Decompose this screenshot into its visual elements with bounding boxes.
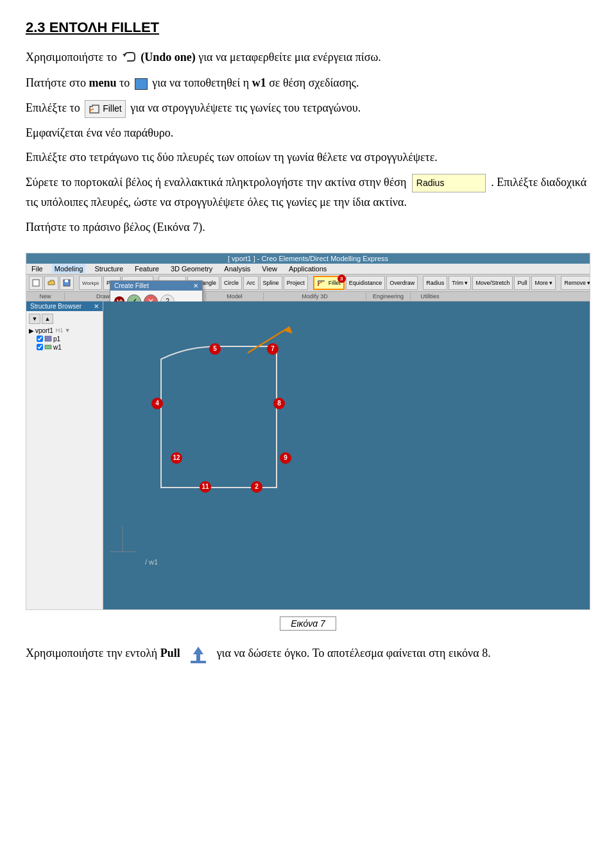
viewport-inner: / w1 5 7 4 8 12 9 11 2 [110, 308, 583, 603]
section-utilities: Utilities [411, 293, 449, 300]
num-badge-9: 9 [280, 452, 291, 464]
num-badge-8: 8 [273, 398, 285, 409]
bottom-bold: Pull [160, 647, 184, 659]
paragraph-2: Πατήστε στο menu το για να τοποθετηθεί η… [26, 73, 590, 93]
menu-view[interactable]: View [259, 264, 280, 273]
cad-titlebar: [ vport1 ] - Creo Elements/Direct Modell… [26, 253, 590, 264]
section-engineering: Engineering [366, 293, 411, 300]
p5-text: Επιλέξτε στο τετράγωνο τις δύο πλευρές τ… [26, 151, 438, 164]
svg-rect-14 [191, 661, 206, 663]
bottom-paragraph: Χρησιμοποιήστε την εντολή Pull για να δώ… [26, 643, 590, 665]
menu-feature[interactable]: Feature [132, 264, 162, 273]
svg-marker-0 [90, 105, 99, 113]
sidebar-btn-2[interactable]: ▲ [42, 314, 53, 324]
cad-screenshot: [ vport1 ] - Creo Elements/Direct Modell… [26, 253, 590, 610]
svg-marker-13 [193, 647, 203, 654]
bottom-after: για να δώσετε όγκο. Το αποτέλεσμα φαίνετ… [217, 647, 491, 659]
menu-modeling[interactable]: Modeling [52, 264, 86, 273]
p3-before: Επιλέξτε το [26, 101, 83, 114]
toolbar-workplane[interactable]: Workplane [79, 276, 102, 290]
svg-rect-3 [65, 280, 68, 282]
toolbar-save-btn[interactable] [60, 276, 74, 290]
sidebar-btn-1[interactable]: ▼ [29, 314, 40, 324]
num-badge-7: 7 [267, 343, 278, 355]
toolbar-project[interactable]: Project [284, 276, 308, 290]
section-modify3d: Modify 3D [264, 293, 366, 300]
cad-sidebar: Structure Browser ✕ ▼ ▲ ▶ vport1 H1 ▼ [26, 301, 103, 609]
cad-viewport: / w1 5 7 4 8 12 9 11 2 [103, 301, 590, 609]
toolbar-new-btn[interactable] [29, 276, 43, 290]
undo-icon [122, 49, 136, 69]
menu-structure[interactable]: Structure [92, 264, 126, 273]
sidebar-item-p1[interactable]: p1 [37, 335, 100, 343]
paragraph-3: Επιλέξτε το Fillet για να στρογγυλέψετε … [26, 98, 590, 118]
menu-3dgeometry[interactable]: 3D Geometry [168, 264, 215, 273]
menu-applications[interactable]: Applications [286, 264, 329, 273]
p6-before: Σύρετε το πορτοκαλί βέλος ή εναλλακτικά … [26, 176, 409, 189]
sidebar-item-w1[interactable]: w1 [37, 343, 100, 352]
num-badge-2: 2 [251, 481, 262, 493]
fillet-dialog-close[interactable]: ✕ [193, 282, 198, 289]
sidebar-check-w1[interactable] [37, 344, 43, 350]
sidebar-icon-w1 [44, 344, 52, 350]
sidebar-content: ▼ ▲ ▶ vport1 H1 ▼ p1 [26, 311, 103, 354]
paragraph-4: Εμφανίζεται ένα νέο παράθυρο. [26, 123, 590, 143]
p2-bold2: w1 [252, 76, 266, 89]
num-badge-5: 5 [209, 343, 221, 355]
toolbar-arc[interactable]: Arc [243, 276, 259, 290]
p1-bold: (Undo one) [141, 51, 198, 64]
fillet-badge: 3 [338, 275, 346, 283]
toolbar-radius[interactable]: Radius [423, 276, 447, 290]
num-badge-12: 12 [171, 452, 182, 464]
toolbar-equidistance[interactable]: Equidistance [346, 276, 386, 290]
sidebar-toolbar: ▼ ▲ [29, 314, 100, 324]
sidebar-check-p1[interactable] [37, 335, 43, 342]
fillet-dialog-label: Create Fillet [114, 282, 149, 289]
caption-box: Εικόνα 7 [280, 616, 336, 631]
fillet-dialog-title: Create Fillet ✕ [110, 281, 202, 291]
sidebar-label: Structure Browser [30, 303, 81, 310]
sidebar-expand-icon: ▶ [29, 327, 34, 334]
menu-box-icon [135, 78, 148, 90]
paragraph-5: Επιλέξτε στο τετράγωνο τις δύο πλευρές τ… [26, 148, 590, 167]
toolbar-spline[interactable]: Spline [260, 276, 282, 290]
svg-rect-6 [45, 345, 51, 349]
p1-after: για να μεταφερθείτε μια ενέργεια πίσω. [198, 51, 381, 64]
p4-text: Εμφανίζεται ένα νέο παράθυρο. [26, 126, 173, 139]
num-badge-4: 4 [151, 398, 163, 409]
toolbar-more-modify2d[interactable]: More ▾ [531, 276, 556, 290]
toolbar-remove[interactable]: Remove ▾ [561, 276, 590, 290]
sidebar-hint: H1 ▼ [56, 327, 71, 334]
paragraph-1: Χρησιμοποιήστε το (Undo one) για να μετα… [26, 47, 590, 68]
sidebar-tree: ▶ vport1 H1 ▼ p1 w1 [29, 327, 100, 352]
cad-main-area: Structure Browser ✕ ▼ ▲ ▶ vport1 H1 ▼ [26, 301, 590, 609]
menu-analysis[interactable]: Analysis [221, 264, 253, 273]
pull-icon [185, 643, 211, 665]
toolbar-open-btn[interactable] [44, 276, 58, 290]
p2-before: Πατήστε στο [26, 76, 89, 89]
toolbar-movestretch[interactable]: Move/Stretch [472, 276, 513, 290]
sidebar-close[interactable]: ✕ [94, 303, 99, 310]
sidebar-icon-p1 [44, 335, 52, 342]
sidebar-label-p1: p1 [53, 335, 60, 343]
toolbar-circle[interactable]: Circle [221, 276, 242, 290]
radius-input-icon: Radius [412, 174, 486, 193]
p2-menu: menu [89, 76, 120, 89]
sidebar-vport1[interactable]: ▶ vport1 H1 ▼ [29, 327, 100, 335]
fillet-toolbar-icon: Fillet [85, 100, 125, 118]
toolbar-overdraw[interactable]: Overdraw [386, 276, 418, 290]
menu-file[interactable]: File [29, 264, 46, 273]
toolbar-pull[interactable]: Pull [514, 276, 530, 290]
p2-middle: το [119, 76, 133, 89]
cad-title: [ vport1 ] - Creo Elements/Direct Modell… [228, 255, 388, 262]
svg-rect-1 [33, 280, 39, 286]
toolbar-fillet[interactable]: Fillet 3 [313, 276, 345, 290]
num-badge-11: 11 [200, 481, 211, 493]
sidebar-vport1-label: vport1 [35, 327, 53, 334]
bottom-section: Χρησιμοποιήστε την εντολή Pull για να δώ… [26, 643, 590, 665]
p2-after: για να τοποθετηθεί η [152, 76, 252, 89]
cad-menubar[interactable]: File Modeling Structure Feature 3D Geome… [26, 264, 590, 275]
svg-text:/ w1: / w1 [145, 558, 158, 566]
toolbar-trim[interactable]: Trim ▾ [449, 276, 471, 290]
page-title: 2.3 ΕΝΤΟΛΗ FILLET [26, 19, 590, 36]
